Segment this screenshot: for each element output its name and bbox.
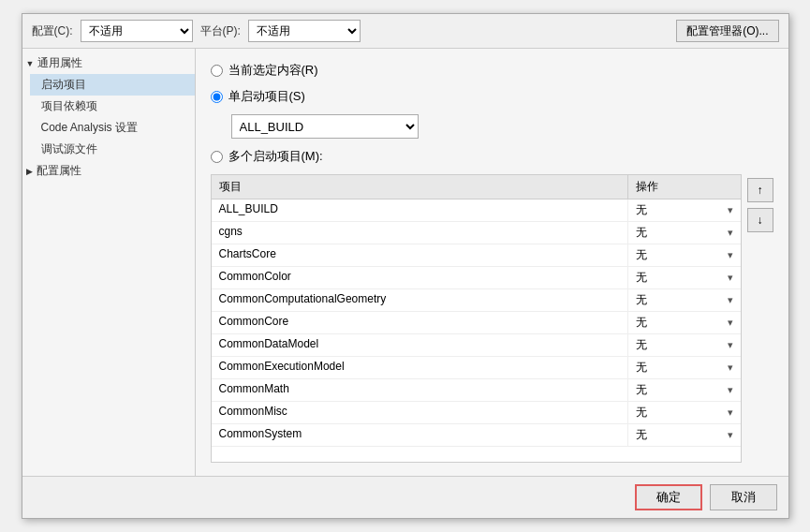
sidebar-item-code-analysis[interactable]: Code Analysis 设置 <box>30 117 195 139</box>
td-project: CommonDataModel <box>212 334 628 356</box>
config-group-label: 配置属性 <box>37 163 81 179</box>
general-group-header[interactable]: ▼ 通用属性 <box>22 52 195 74</box>
action-dropdown-icon[interactable]: ▾ <box>728 429 733 441</box>
footer: 确定 取消 <box>22 476 788 518</box>
sidebar-item-deps[interactable]: 项目依赖项 <box>30 96 195 117</box>
td-project: ALL_BUILD <box>212 200 628 221</box>
td-project: CommonSystem <box>212 424 628 446</box>
action-value: 无 <box>636 315 647 331</box>
config-group-header[interactable]: ▶ 配置属性 <box>22 160 195 182</box>
radio-multi-label[interactable]: 多个启动项目(M): <box>228 148 323 165</box>
single-startup-select[interactable]: ALL_BUILD <box>231 114 419 139</box>
action-value: 无 <box>636 337 647 353</box>
radio-single-row: 单启动项目(S) <box>211 88 773 105</box>
cancel-button[interactable]: 取消 <box>710 484 777 510</box>
multi-section: 项目 操作 ALL_BUILD 无 ▾ cgns 无 ▾ ChartsCore <box>211 174 773 463</box>
td-action: 无 ▾ <box>628 334 741 356</box>
config-manager-button[interactable]: 配置管理器(O)... <box>676 20 778 42</box>
expand-triangle-icon: ▼ <box>26 59 35 68</box>
action-dropdown-icon[interactable]: ▾ <box>728 294 733 306</box>
radio-current-row: 当前选定内容(R) <box>211 62 773 79</box>
action-dropdown-icon[interactable]: ▾ <box>728 227 733 239</box>
action-value: 无 <box>636 427 647 443</box>
main-panel: 当前选定内容(R) 单启动项目(S) ALL_BUILD 多个启动项目(M): <box>196 49 788 476</box>
collapsed-triangle-icon: ▶ <box>26 167 33 176</box>
action-dropdown-icon[interactable]: ▾ <box>728 406 733 419</box>
sidebar: ▼ 通用属性 启动项目 项目依赖项 Code Analysis 设置 调试源文件 <box>22 49 196 476</box>
sidebar-item-debug-src[interactable]: 调试源文件 <box>30 139 195 160</box>
td-action: 无 ▾ <box>628 379 741 401</box>
td-action: 无 ▾ <box>628 424 741 446</box>
table-header: 项目 操作 <box>212 175 741 200</box>
table-row[interactable]: ALL_BUILD 无 ▾ <box>212 200 741 222</box>
action-dropdown-icon[interactable]: ▾ <box>728 249 733 261</box>
td-action: 无 ▾ <box>628 200 741 221</box>
action-dropdown-icon[interactable]: ▾ <box>728 204 733 216</box>
config-label: 配置(C): <box>32 23 73 39</box>
action-dropdown-icon[interactable]: ▾ <box>728 384 733 396</box>
action-dropdown-icon[interactable]: ▾ <box>728 272 733 284</box>
td-project: CommonColor <box>212 267 628 288</box>
action-dropdown-icon[interactable]: ▾ <box>728 362 733 374</box>
move-up-button[interactable]: ↑ <box>747 178 773 202</box>
action-value: 无 <box>636 382 647 398</box>
td-project: CommonMisc <box>212 402 628 423</box>
td-action: 无 ▾ <box>628 267 741 288</box>
table-row[interactable]: CommonComputationalGeometry 无 ▾ <box>212 289 741 312</box>
arrow-buttons: ↑ ↓ <box>747 174 773 463</box>
action-value: 无 <box>636 225 647 241</box>
table-body: ALL_BUILD 无 ▾ cgns 无 ▾ ChartsCore 无 ▾ Co… <box>212 200 741 447</box>
td-project: CommonMath <box>212 379 628 401</box>
move-down-button[interactable]: ↓ <box>747 208 773 232</box>
col-project-header: 项目 <box>212 175 628 199</box>
radio-current[interactable] <box>211 65 223 77</box>
col-action-header: 操作 <box>628 175 741 199</box>
td-action: 无 ▾ <box>628 289 741 311</box>
action-value: 无 <box>636 405 647 421</box>
table-row[interactable]: CommonDataModel 无 ▾ <box>212 334 741 357</box>
td-project: CommonCore <box>212 312 628 333</box>
td-project: ChartsCore <box>212 244 628 266</box>
radio-multi[interactable] <box>211 151 223 163</box>
single-startup-row: ALL_BUILD <box>211 114 773 139</box>
table-row[interactable]: CommonColor 无 ▾ <box>212 267 741 289</box>
radio-current-label[interactable]: 当前选定内容(R) <box>228 62 318 79</box>
table-row[interactable]: cgns 无 ▾ <box>212 222 741 244</box>
radio-single[interactable] <box>211 91 223 103</box>
dialog: 配置(C): 不适用 平台(P): 不适用 配置管理器(O)... ▼ 通用属性… <box>22 13 789 519</box>
table-row[interactable]: CommonSystem 无 ▾ <box>212 424 741 447</box>
projects-table: 项目 操作 ALL_BUILD 无 ▾ cgns 无 ▾ ChartsCore <box>211 174 742 463</box>
table-row[interactable]: ChartsCore 无 ▾ <box>212 244 741 267</box>
action-dropdown-icon[interactable]: ▾ <box>728 317 733 329</box>
td-action: 无 ▾ <box>628 312 741 333</box>
radio-multi-row: 多个启动项目(M): <box>211 148 773 165</box>
td-project: CommonExecutionModel <box>212 357 628 378</box>
td-project: CommonComputationalGeometry <box>212 289 628 311</box>
action-dropdown-icon[interactable]: ▾ <box>728 339 733 351</box>
td-action: 无 ▾ <box>628 222 741 244</box>
platform-select[interactable]: 不适用 <box>248 20 361 42</box>
table-row[interactable]: CommonMisc 无 ▾ <box>212 402 741 424</box>
general-group: ▼ 通用属性 启动项目 项目依赖项 Code Analysis 设置 调试源文件 <box>22 52 195 160</box>
sidebar-item-startup[interactable]: 启动项目 <box>30 74 195 96</box>
action-value: 无 <box>636 292 647 308</box>
td-action: 无 ▾ <box>628 357 741 378</box>
table-row[interactable]: CommonMath 无 ▾ <box>212 379 741 402</box>
content-area: ▼ 通用属性 启动项目 项目依赖项 Code Analysis 设置 调试源文件 <box>22 49 788 476</box>
toolbar: 配置(C): 不适用 平台(P): 不适用 配置管理器(O)... <box>22 14 788 49</box>
td-action: 无 ▾ <box>628 244 741 266</box>
radio-single-label[interactable]: 单启动项目(S) <box>228 88 305 105</box>
action-value: 无 <box>636 270 647 286</box>
platform-label: 平台(P): <box>200 23 241 39</box>
table-row[interactable]: CommonExecutionModel 无 ▾ <box>212 357 741 379</box>
action-value: 无 <box>636 360 647 376</box>
sidebar-children: 启动项目 项目依赖项 Code Analysis 设置 调试源文件 <box>22 74 195 160</box>
table-row[interactable]: CommonCore 无 ▾ <box>212 312 741 334</box>
general-group-label: 通用属性 <box>37 55 82 71</box>
action-value: 无 <box>636 202 647 218</box>
td-project: cgns <box>212 222 628 244</box>
td-action: 无 ▾ <box>628 402 741 423</box>
config-select[interactable]: 不适用 <box>81 20 193 42</box>
ok-button[interactable]: 确定 <box>635 484 702 510</box>
action-value: 无 <box>636 247 647 263</box>
